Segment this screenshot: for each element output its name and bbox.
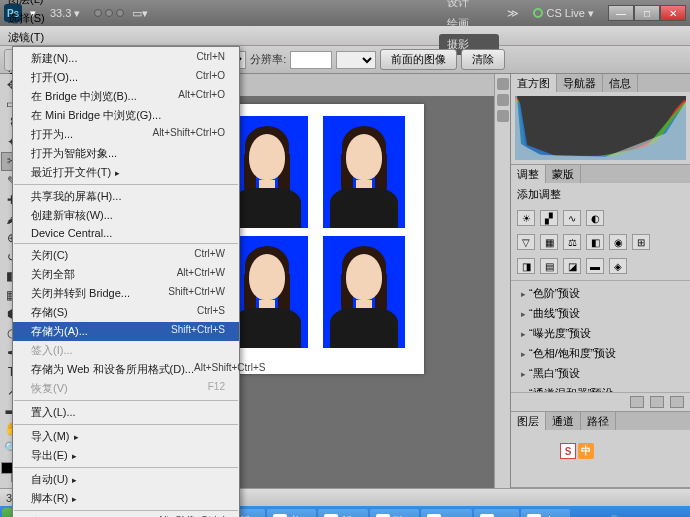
file-menu-item[interactable]: 关闭(C)Ctrl+W [13,246,239,265]
layers-panel: 图层通道路径 [511,412,690,488]
file-menu-item[interactable]: 打开(O)...Ctrl+O [13,68,239,87]
file-menu-item[interactable]: 文件简介(F)...Alt+Shift+Ctrl+I [13,513,239,517]
menu-5[interactable]: 滤镜(T) [2,28,54,47]
adjustment-icons-row1: ☀ ▞ ∿ ◐ [511,206,690,230]
taskbar-item[interactable]: Ad... [421,509,473,517]
sogou-badge[interactable]: S [560,443,576,459]
file-menu-item[interactable]: 自动(U) [13,470,239,489]
menu-4[interactable]: 选择(S) [2,9,54,28]
file-menu-item: 签入(I)... [13,341,239,360]
adjustment-preset[interactable]: “黑白”预设 [515,364,686,383]
ime-badges: S 中 [560,443,594,459]
maximize-button[interactable]: □ [634,5,660,21]
gradmap-icon[interactable]: ▬ [586,258,604,274]
file-menu-item[interactable]: 在 Bridge 中浏览(B)...Alt+Ctrl+O [13,87,239,106]
resolution-label: 分辨率: [250,52,286,67]
adjustment-preset[interactable]: “色相/饱和度”预设 [515,344,686,363]
file-menu-item[interactable]: 存储为 Web 和设备所用格式(D)...Alt+Shift+Ctrl+S [13,360,239,379]
minimize-button[interactable]: — [608,5,634,21]
clear-button[interactable]: 清除 [461,49,505,70]
file-menu-item[interactable]: 创建新审核(W)... [13,206,239,225]
file-menu-item[interactable]: 新建(N)...Ctrl+N [13,49,239,68]
file-menu-item[interactable]: 存储为(A)...Shift+Ctrl+S [13,322,239,341]
arrange-docs[interactable] [94,9,124,17]
file-menu-item[interactable]: Device Central... [13,225,239,241]
hue-icon[interactable]: ▦ [540,234,558,250]
panel-icon[interactable] [497,110,509,122]
threshold-icon[interactable]: ◪ [563,258,581,274]
taskbar-item[interactable]: 美... [267,509,316,517]
file-menu-item[interactable]: 关闭并转到 Bridge...Shift+Ctrl+W [13,284,239,303]
histogram-chart [515,96,686,160]
cslive-icon [533,8,543,18]
panel-tab[interactable]: 调整 [511,165,546,183]
panel-tab[interactable]: 导航器 [557,74,603,92]
adjustments-title: 添加调整 [511,183,690,206]
posterize-icon[interactable]: ▤ [540,258,558,274]
more-modes-icon[interactable]: ≫ [507,7,519,20]
levels-icon[interactable]: ▞ [540,210,558,226]
file-menu-item[interactable]: 打开为智能对象... [13,144,239,163]
panel-tab[interactable]: 信息 [603,74,638,92]
adjustment-preset[interactable]: “曲线”预设 [515,304,686,323]
adjustment-icons-row2: ▽ ▦ ⚖ ◧ ◉ ⊞ [511,230,690,254]
adjustment-preset[interactable]: “色阶”预设 [515,284,686,303]
adj-footer-icon[interactable] [630,396,644,408]
taskbar-item[interactable]: 未... [521,509,570,517]
screen-mode-icon[interactable]: ▭▾ [132,7,148,20]
file-menu-item[interactable]: 关闭全部Alt+Ctrl+W [13,265,239,284]
resolution-input[interactable] [290,51,332,69]
adj-footer-icon[interactable] [650,396,664,408]
panel-icon[interactable] [497,94,509,106]
invert-icon[interactable]: ◨ [517,258,535,274]
taskbar-item[interactable]: 新... [318,509,367,517]
cs-live-button[interactable]: CS Live ▾ [527,7,600,20]
file-menu-item[interactable]: 共享我的屏幕(H)... [13,187,239,206]
workspace-mode-tab[interactable]: 绘画 [439,13,499,34]
panel-tab[interactable]: 图层 [511,412,546,430]
id-photo [323,116,405,228]
panel-icon[interactable] [497,78,509,90]
front-image-button[interactable]: 前面的图像 [380,49,457,70]
histogram-panel: 直方图导航器信息 [511,74,690,165]
vibrance-icon[interactable]: ▽ [517,234,535,250]
adjustments-panel: 调整蒙版 添加调整 ☀ ▞ ∿ ◐ ▽ ▦ ⚖ ◧ ◉ ⊞ ◨ ▤ ◪ ▬ ◈ [511,165,690,412]
res-unit-select[interactable] [336,51,376,69]
adjustment-icons-row3: ◨ ▤ ◪ ▬ ◈ [511,254,690,278]
workspace-mode-tab[interactable]: 设计 [439,0,499,13]
panel-tab[interactable]: 蒙版 [546,165,581,183]
adjustment-preset[interactable]: “通道混和器”预设 [515,384,686,392]
taskbar-item[interactable]: 酷... [370,509,419,517]
photo-filter-icon[interactable]: ◉ [609,234,627,250]
taskbar-item[interactable]: 4... [474,509,518,517]
chanmix-icon[interactable]: ⊞ [632,234,650,250]
bw-icon[interactable]: ◧ [586,234,604,250]
file-menu-item[interactable]: 在 Mini Bridge 中浏览(G)... [13,106,239,125]
canvas[interactable] [214,104,424,374]
adjustment-preset[interactable]: “曝光度”预设 [515,324,686,343]
file-menu-item[interactable]: 最近打开文件(T) [13,163,239,182]
panel-tab[interactable]: 通道 [546,412,581,430]
file-menu-item[interactable]: 打开为...Alt+Shift+Ctrl+O [13,125,239,144]
file-menu-item: 恢复(V)F12 [13,379,239,398]
exposure-icon[interactable]: ◐ [586,210,604,226]
adj-footer-icon[interactable] [670,396,684,408]
file-menu-item[interactable]: 导出(E) [13,446,239,465]
panel-dock: 直方图导航器信息 调整蒙版 添加调整 ☀ ▞ ∿ ◐ ▽ ▦ [510,74,690,488]
file-menu-item[interactable]: 导入(M) [13,427,239,446]
selcolor-icon[interactable]: ◈ [609,258,627,274]
menu-3[interactable]: 图层(L) [2,0,54,9]
brightness-icon[interactable]: ☀ [517,210,535,226]
close-button[interactable]: ✕ [660,5,686,21]
panel-tab[interactable]: 路径 [581,412,616,430]
file-menu-item[interactable]: 脚本(R) [13,489,239,508]
id-photo [323,236,405,348]
curves-icon[interactable]: ∿ [563,210,581,226]
adj-footer [511,392,690,411]
file-menu-item[interactable]: 存储(S)Ctrl+S [13,303,239,322]
panel-tab[interactable]: 直方图 [511,74,557,92]
title-bar: Ps ▾ 33.3 ▾ ▭▾ 基本功能设计绘画摄影 ≫ CS Live ▾ — … [0,0,690,26]
colorbal-icon[interactable]: ⚖ [563,234,581,250]
file-menu-item[interactable]: 置入(L)... [13,403,239,422]
ime-cn-badge[interactable]: 中 [578,443,594,459]
